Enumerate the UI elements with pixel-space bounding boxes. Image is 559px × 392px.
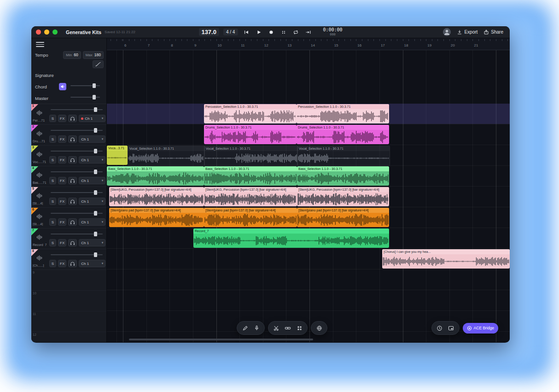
solo-button[interactable]: S [49,239,56,246]
arrange-row-3[interactable]: Voca...3.71Vocal_Selection 1.1.0 - 30.3.… [107,145,510,166]
arrange-row-8[interactable]: [Chorus] I can give you my hea... [107,249,510,269]
solo-button[interactable]: S [49,260,56,267]
fx-button[interactable]: FX [58,156,66,164]
audio-clip[interactable]: Drums_Selection 1.1.0 - 30.3.71 [297,125,389,144]
track-row-4[interactable]: 4Bas.....71SFXCh 1▾ [31,166,106,187]
track-name[interactable]: Voc.....71 [33,160,48,164]
audio-clip[interactable]: Vocal_Selection 1.1.0 - 30.3.71 [297,146,390,166]
audio-clip[interactable]: Voca...3.71 [107,146,128,165]
track-row-1[interactable]: 1Per....71SFXCh 1▾ [31,104,106,125]
channel-select[interactable]: Ch 1▾ [79,198,105,205]
tempo-curve-button[interactable] [93,60,104,68]
user-avatar[interactable] [443,28,451,36]
export-button[interactable]: Export [457,29,477,35]
audio-clip[interactable]: Percussion_Selection 1.1.0 - 30.3.71 [297,104,389,123]
play-button[interactable] [254,28,262,36]
solo-button[interactable]: S [49,177,56,184]
audio-clip[interactable]: [Stem]UKG, Percussion [bpm=137.0] [bar s… [109,187,204,206]
time-signature-display[interactable]: 4 / 4 [223,29,238,35]
track-name[interactable]: [St....4] [33,202,48,205]
audio-clip[interactable]: [Stem]UKG, Percussion [bpm=137.0] [bar s… [297,187,389,206]
arrange-row-4[interactable]: Bass_Selection 1.1.0 - 30.3.71Bass_Selec… [107,166,510,187]
empty-track-slot-10[interactable]: 10 [31,291,106,311]
track-row-3[interactable]: 3Voc.....71SFXCh 1▾ [31,146,106,166]
track-name[interactable]: Bas.....71 [33,181,48,184]
split-tool-button[interactable] [271,322,282,333]
track-name[interactable]: [Ch......] [33,264,48,267]
channel-select[interactable]: Ch 1▾ [79,239,105,246]
arrange-row-10[interactable] [107,290,510,311]
audio-clip[interactable]: Vocal_Selection 1.1.0 - 30.3.71 [128,146,205,166]
ace-bridge-button[interactable]: ACE Bridge [463,323,498,333]
mic-tool-button[interactable] [251,322,262,333]
solo-button[interactable]: S [49,218,56,226]
arrange-row-1[interactable]: Percussion_Selection 1.1.0 - 30.3.71Perc… [107,104,510,124]
chord-audition-button[interactable] [59,83,66,90]
track-volume-slider[interactable] [51,169,103,175]
arrange-row-2[interactable]: Drums_Selection 1.1.0 - 30.3.71Drums_Sel… [107,124,510,145]
audio-clip[interactable]: Percussion_Selection 1.1.0 - 30.3.71 [204,104,297,123]
monitor-button[interactable] [68,177,77,184]
channel-select[interactable]: Ch 1▾ [79,135,105,143]
audio-clip[interactable]: [Stem]piano pad [bpm=137.0] [bar signatu… [297,208,389,227]
audio-clip[interactable]: Drums_Selection 1.1.0 - 30.3.71 [204,125,297,144]
zoom-window-button[interactable] [52,29,58,35]
track-volume-slider[interactable] [51,148,103,154]
audio-clip[interactable]: Bass_Selection 1.1.0 - 30.3.71 [204,166,297,186]
fx-button[interactable]: FX [58,177,66,184]
fx-button[interactable]: FX [58,239,66,246]
monitor-button[interactable] [68,239,77,246]
audio-clip[interactable]: Vocal_Selection 1.1.0 - 30.3.71 [204,146,298,166]
solo-button[interactable]: S [49,115,56,122]
skip-to-start-button[interactable] [242,28,250,36]
audio-clip[interactable]: Bass_Selection 1.1.0 - 30.3.71 [297,166,389,186]
share-button[interactable]: Share [483,29,503,35]
solo-button[interactable]: S [49,135,56,143]
loop-button[interactable] [291,28,300,36]
track-row-7[interactable]: 7Record_7SFXCh 1▾ [31,228,106,249]
arrange-row-9[interactable] [107,269,510,290]
track-name[interactable]: Per....71 [33,119,48,122]
audio-clip[interactable]: [Stem]UKG, Percussion [bpm=137.0] [bar s… [204,187,297,206]
minimize-window-button[interactable] [44,29,49,35]
pen-tool-button[interactable] [239,322,250,333]
fx-button[interactable]: FX [58,115,66,122]
track-name[interactable]: [St....4] [33,222,48,226]
track-volume-slider[interactable] [51,128,103,133]
track-volume-slider[interactable] [51,190,103,195]
track-volume-slider[interactable] [51,107,103,112]
track-volume-slider[interactable] [51,231,103,237]
link-tool-button[interactable] [282,322,293,333]
fx-button[interactable]: FX [58,135,66,143]
track-row-2[interactable]: 2Dru....71SFXCh 1▾ [31,125,106,146]
track-name[interactable]: Record_7 [33,243,48,246]
chord-volume-slider[interactable] [70,83,100,88]
track-row-6[interactable]: 6[St....4]SFXCh 1▾ [31,208,106,228]
empty-track-slot-12[interactable]: 12 [31,332,106,342]
monitor-button[interactable] [68,260,77,267]
master-volume-slider[interactable] [70,94,100,100]
follow-playhead-button[interactable] [304,28,312,36]
channel-select[interactable]: Ch 1▾ [79,115,105,122]
audio-clip[interactable]: [Stem]piano pad [bpm=137.0] [bar signatu… [204,208,297,227]
record-button[interactable] [267,28,275,36]
close-window-button[interactable] [36,29,41,35]
channel-select[interactable]: Ch 1▾ [79,218,105,226]
channel-select[interactable]: Ch 1▾ [79,260,105,267]
menu-button[interactable] [36,41,44,48]
solo-button[interactable]: S [49,198,56,205]
globe-button[interactable] [314,322,325,333]
monitor-button[interactable] [68,115,77,122]
track-row-5[interactable]: 5[St....4]SFXCh 1▾ [31,187,106,208]
tempo-min-input[interactable]: Min 60 [63,51,81,59]
channel-select[interactable]: Ch 1▾ [79,177,105,184]
monitor-button[interactable] [68,218,77,226]
quantize-grid-button[interactable] [294,322,305,333]
fx-button[interactable]: FX [58,198,66,205]
track-name[interactable]: Dru....71 [33,140,48,143]
track-row-8[interactable]: 8[Ch......]SFXCh 1▾ [31,249,106,270]
history-button[interactable] [434,322,445,333]
audio-clip[interactable]: [Stem]piano pad [bpm=137.0] [bar signatu… [109,208,204,227]
monitor-button[interactable] [68,156,77,164]
audio-clip[interactable]: [Chorus] I can give you my hea... [382,249,510,269]
